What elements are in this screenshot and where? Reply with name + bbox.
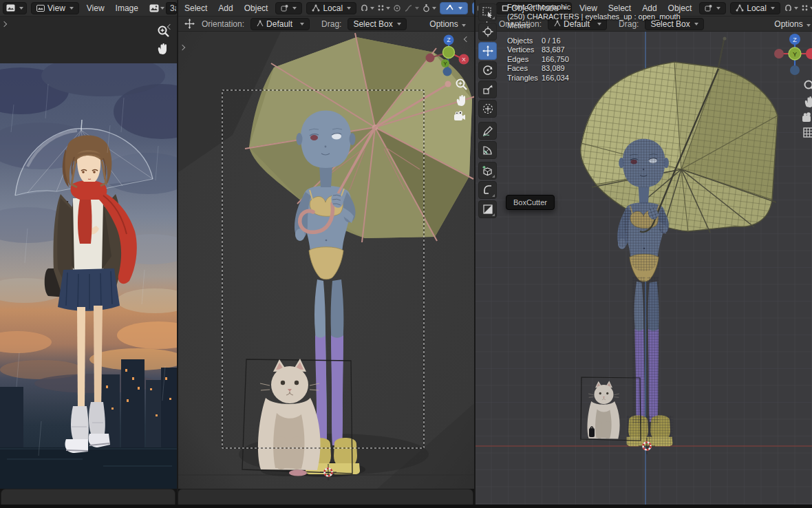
magnet-icon xyxy=(784,4,793,12)
pivot-point-dropdown[interactable] xyxy=(275,2,302,14)
boxcutter-tooltip: BoxCutter xyxy=(506,195,555,210)
chevron-down-icon xyxy=(397,23,401,25)
orientation-dropdown[interactable]: Local xyxy=(306,2,356,14)
browse-image-dropdown[interactable] xyxy=(149,4,164,12)
menu-add[interactable]: Add xyxy=(213,3,238,13)
orientation-select[interactable]: Default xyxy=(548,18,607,30)
drag-select[interactable]: Select Box xyxy=(645,18,703,30)
pan-hand-icon[interactable] xyxy=(158,43,167,54)
orientation-dropdown[interactable]: Local xyxy=(730,2,780,14)
image-mode-label: View xyxy=(47,3,65,13)
area-divider[interactable] xyxy=(177,0,178,505)
menu-object[interactable]: Object xyxy=(663,3,698,13)
viewport-solid-area: Select Add Object Local xyxy=(178,0,474,489)
object-mode-icon xyxy=(502,5,509,12)
tool-annotate[interactable] xyxy=(478,122,497,140)
area-divider[interactable] xyxy=(474,0,476,505)
snap-grid-icon xyxy=(801,4,809,12)
chevron-down-icon xyxy=(432,7,436,10)
drag-label: Drag: xyxy=(615,19,643,29)
image-editor-header: View View Image 3a571a84db395 xyxy=(0,0,177,17)
bottom-editor-strip-left xyxy=(1,489,175,505)
menu-select[interactable]: Select xyxy=(603,3,637,13)
pivot-point-dropdown[interactable] xyxy=(699,2,726,14)
orientation-select[interactable]: Default xyxy=(250,18,310,30)
gizmo-x-label: X xyxy=(462,56,466,63)
falloff-dropdown[interactable] xyxy=(404,4,419,12)
snap-toggle[interactable] xyxy=(784,4,798,12)
chevron-down-icon xyxy=(462,24,466,27)
drag-select[interactable]: Select Box xyxy=(348,18,406,30)
proportional-circle-icon xyxy=(393,4,401,12)
zoom-icon[interactable] xyxy=(159,27,169,37)
editor-type-dropdown[interactable] xyxy=(3,2,27,14)
lantern-object[interactable] xyxy=(589,427,595,437)
axis-icon xyxy=(553,20,561,28)
tool-transform[interactable] xyxy=(478,100,497,118)
viewport-right-header: Object Mode View Select Add Object Local xyxy=(475,0,812,17)
mid-toolbar-expand-arrow[interactable] xyxy=(180,45,187,52)
tool-hardops[interactable] xyxy=(478,181,497,199)
mid-sidebar-expand-arrow[interactable] xyxy=(464,37,471,44)
snap-with-dropdown[interactable] xyxy=(377,4,390,12)
menu-image[interactable]: Image xyxy=(110,3,144,13)
reference-image[interactable] xyxy=(0,63,177,489)
orientation-icon xyxy=(312,4,320,12)
chevron-down-icon xyxy=(458,7,462,10)
tool-rotate[interactable] xyxy=(478,61,497,79)
orientation-icon xyxy=(736,4,744,12)
viewport-solid-scene[interactable]: Z X Y xyxy=(178,32,474,489)
viewport-wireframe-scene[interactable]: Z Y xyxy=(475,32,812,505)
orientation-label: Orientation: xyxy=(495,19,546,29)
snap-toggle[interactable] xyxy=(360,4,374,12)
chevron-down-icon xyxy=(292,7,297,10)
browse-image-icon xyxy=(149,4,159,12)
chevron-down-icon xyxy=(794,7,798,10)
pivot-point-icon xyxy=(705,4,712,12)
chevron-down-icon xyxy=(160,7,164,10)
drag-select-value: Select Box xyxy=(353,19,392,29)
tool-cursor[interactable] xyxy=(478,23,497,41)
image-editor-type-icon xyxy=(6,4,15,12)
drag-label: Drag: xyxy=(317,19,345,29)
overlays-toggle[interactable] xyxy=(440,2,468,14)
chevron-down-icon xyxy=(386,7,390,10)
mode-dropdown[interactable]: Object Mode xyxy=(496,2,572,14)
chevron-down-icon xyxy=(415,7,419,10)
tool-boxcutter[interactable] xyxy=(478,200,497,218)
menu-select[interactable]: Select xyxy=(179,3,213,13)
overlays-icon xyxy=(445,4,454,12)
orientation-label: Orientation: xyxy=(197,19,248,29)
chevron-down-icon xyxy=(300,23,304,25)
bottom-editor-strip-mid xyxy=(178,489,473,505)
toolbar-expand-arrow[interactable] xyxy=(2,22,9,29)
proportional-editing-toggle[interactable] xyxy=(393,4,401,12)
chevron-down-icon xyxy=(70,7,74,10)
tool-measure[interactable] xyxy=(478,141,497,159)
gizmo-z-label: Z xyxy=(447,36,450,43)
move-tool-icon xyxy=(184,19,195,29)
menu-add[interactable]: Add xyxy=(637,3,662,13)
window-bottom-edge xyxy=(0,505,812,508)
image-mode-dropdown[interactable]: View xyxy=(31,2,79,14)
tool-add-cube[interactable] xyxy=(478,162,497,180)
image-sidebar-arrow[interactable] xyxy=(168,25,175,32)
tool-scale[interactable] xyxy=(478,81,497,98)
options-dropdown[interactable]: Options xyxy=(424,19,471,29)
menu-object[interactable]: Object xyxy=(239,3,274,13)
menu-view[interactable]: View xyxy=(81,3,110,13)
blender-window: View View Image 3a571a84db395 xyxy=(0,0,812,508)
menu-view[interactable]: View xyxy=(574,3,603,13)
viewport-right-toolsettings: Orientation: Default Drag: Select Box Op… xyxy=(475,17,812,32)
chevron-down-icon xyxy=(562,7,566,10)
image-name-field[interactable]: 3a571a84db395 xyxy=(166,2,177,14)
chevron-down-icon xyxy=(347,7,351,10)
snap-with-dropdown[interactable] xyxy=(801,4,812,12)
tool-move[interactable] xyxy=(478,42,497,60)
show-gizmo-dropdown[interactable] xyxy=(422,4,436,12)
chevron-down-icon xyxy=(694,23,698,25)
options-dropdown[interactable]: Options xyxy=(769,19,812,29)
falloff-curve-icon xyxy=(404,4,414,12)
viewport-mid-toolsettings: Orientation: Default Drag: Select Box Op… xyxy=(178,17,474,32)
tool-select-box[interactable] xyxy=(478,3,497,21)
